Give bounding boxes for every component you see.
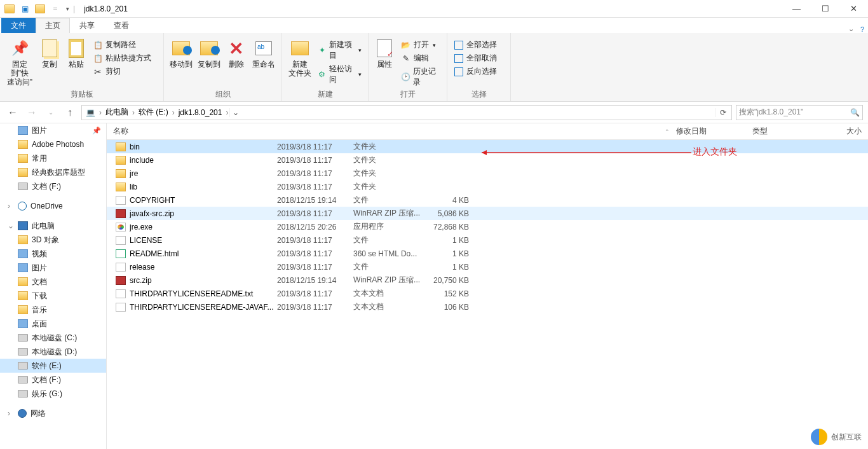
tree-item[interactable]: 视频 — [0, 247, 106, 261]
select-all-button[interactable]: 全部选择 — [451, 38, 499, 52]
col-size[interactable]: 大小 — [820, 126, 868, 137]
up-button[interactable]: ↑ — [62, 105, 78, 120]
tree-item[interactable]: Adobe Photosh — [0, 137, 106, 151]
paste-button[interactable]: 粘贴 — [64, 36, 89, 69]
file-row[interactable]: lib2019/3/18 11:17文件夹 — [107, 180, 868, 193]
chevron-right-icon[interactable]: › — [224, 108, 229, 117]
breadcrumb-drive[interactable]: 软件 (E:) — [136, 106, 171, 120]
tree-item[interactable]: 网络 — [0, 406, 106, 420]
new-folder-button[interactable]: 新建 文件夹 — [286, 36, 314, 78]
file-row[interactable]: THIRDPARTYLICENSEREADME-JAVAF...2019/3/1… — [107, 300, 868, 314]
copy-path-button[interactable]: 📋复制路径 — [90, 38, 154, 52]
recent-dropdown[interactable]: ⌄ — [43, 105, 58, 120]
navigation-tree[interactable]: 图片📌Adobe Photosh常用经典数据库题型文档 (F:)OneDrive… — [0, 123, 107, 449]
properties-icon[interactable]: ▣ — [18, 2, 32, 16]
file-list-header[interactable]: 名称 ⌃ 修改日期 类型 大小 — [107, 123, 868, 140]
chevron-right-icon[interactable]: › — [171, 108, 176, 117]
watermark: 创新互联 — [811, 429, 862, 445]
address-dropdown[interactable]: ⌄ — [229, 108, 241, 117]
tree-item[interactable]: 经典数据库题型 — [0, 165, 106, 179]
tree-item[interactable]: 图片 — [0, 261, 106, 275]
tab-file[interactable]: 文件 — [1, 18, 36, 33]
tree-item[interactable]: 本地磁盘 (D:) — [0, 345, 106, 359]
properties-button[interactable]: 属性 — [372, 36, 397, 69]
search-icon[interactable]: 🔍 — [850, 108, 860, 117]
file-type: WinRAR ZIP 压缩... — [353, 275, 427, 286]
tree-item[interactable]: 文档 (F:) — [0, 179, 106, 193]
file-name: src.zip — [130, 276, 277, 285]
chevron-right-icon[interactable]: › — [131, 108, 136, 117]
move-to-button[interactable]: 移动到 — [168, 36, 194, 69]
minimize-button[interactable]: — — [782, 0, 811, 18]
file-row[interactable]: COPYRIGHT2018/12/15 19:14文件4 KB — [107, 193, 868, 207]
col-date[interactable]: 修改日期 — [670, 126, 746, 137]
tab-share[interactable]: 共享 — [70, 18, 104, 33]
copy-to-button[interactable]: 复制到 — [196, 36, 222, 69]
tree-item[interactable]: 桌面 — [0, 317, 106, 331]
folder-icon[interactable] — [3, 2, 17, 16]
file-type: 文件夹 — [353, 155, 427, 165]
open-button[interactable]: 📂打开▾ — [398, 38, 443, 52]
file-row[interactable]: release2019/3/18 11:17文件1 KB — [107, 260, 868, 273]
back-button[interactable]: ← — [5, 105, 20, 120]
select-none-button[interactable]: 全部取消 — [451, 52, 499, 65]
col-name[interactable]: 名称 — [107, 126, 272, 137]
paste-shortcut-button[interactable]: 📋粘贴快捷方式 — [90, 52, 154, 65]
file-row[interactable]: javafx-src.zip2019/3/18 11:17WinRAR ZIP … — [107, 207, 868, 220]
breadcrumb-folder[interactable]: jdk1.8.0_201 — [176, 106, 225, 120]
tree-item[interactable]: 软件 (E:) — [0, 359, 106, 373]
refresh-button[interactable]: ⟳ — [715, 108, 730, 117]
file-row[interactable]: jre2019/3/18 11:17文件夹 — [107, 167, 868, 180]
ribbon-collapse-icon[interactable]: ⌄ — [848, 25, 854, 33]
tree-item[interactable]: 音乐 — [0, 303, 106, 317]
tree-item[interactable]: 图片📌 — [0, 123, 106, 137]
file-row[interactable]: LICENSE2019/3/18 11:17文件1 KB — [107, 233, 868, 247]
file-size: 72,868 KB — [427, 223, 475, 231]
address-bar[interactable]: 💻 › 此电脑 › 软件 (E:) › jdk1.8.0_201 › ⌄ ⟳ — [81, 105, 732, 120]
tree-item[interactable]: 文档 (F:) — [0, 373, 106, 387]
tree-item[interactable]: 文档 — [0, 275, 106, 289]
tree-item[interactable]: 常用 — [0, 151, 106, 165]
invert-selection-button[interactable]: 反向选择 — [451, 65, 499, 78]
history-button[interactable]: 🕑历史记录 — [398, 65, 443, 89]
cut-button[interactable]: ✂剪切 — [90, 65, 154, 78]
easy-access-button[interactable]: ⚙轻松访问▾ — [315, 62, 364, 86]
pin-to-quick-access-button[interactable]: 📌 固定到"快 速访问" — [4, 36, 36, 86]
tree-item[interactable]: 下载 — [0, 289, 106, 303]
help-icon[interactable]: ? — [860, 25, 864, 33]
tab-view[interactable]: 查看 — [104, 18, 139, 33]
pc-icon[interactable]: 💻 — [83, 106, 98, 120]
close-button[interactable]: ✕ — [839, 0, 868, 18]
tree-item[interactable]: 本地磁盘 (C:) — [0, 331, 106, 345]
tree-item[interactable]: 3D 对象 — [0, 233, 106, 247]
group-label-organize: 组织 — [164, 89, 281, 101]
forward-button[interactable]: → — [24, 105, 39, 120]
tree-item[interactable]: 此电脑 — [0, 219, 106, 233]
file-row[interactable]: THIRDPARTYLICENSEREADME.txt2019/3/18 11:… — [107, 287, 868, 300]
col-type[interactable]: 类型 — [746, 126, 820, 137]
file-row[interactable]: README.html2019/3/18 11:17360 se HTML Do… — [107, 247, 868, 260]
file-date: 2019/3/18 11:17 — [277, 249, 353, 258]
file-date: 2019/3/18 11:17 — [277, 183, 353, 191]
file-row[interactable]: bin2019/3/18 11:17文件夹 — [107, 140, 868, 153]
chevron-right-icon[interactable]: › — [98, 108, 103, 117]
new-item-button[interactable]: ✦新建项目▾ — [315, 38, 364, 62]
maximize-button[interactable]: ☐ — [811, 0, 839, 18]
breadcrumb-thispc[interactable]: 此电脑 — [103, 106, 131, 120]
search-box[interactable]: 搜索"jdk1.8.0_201" 🔍 — [736, 105, 863, 120]
copy-button[interactable]: 复制 — [37, 36, 62, 69]
tree-item[interactable]: OneDrive — [0, 199, 106, 213]
new-folder-icon[interactable] — [33, 2, 47, 16]
edit-button[interactable]: ✎编辑 — [398, 52, 443, 65]
qat-dropdown-icon[interactable]: ▾ — [66, 6, 69, 12]
file-row[interactable]: include2019/3/18 11:17文件夹 — [107, 153, 868, 167]
file-type: 文件夹 — [353, 168, 427, 179]
file-list[interactable]: 名称 ⌃ 修改日期 类型 大小 bin2019/3/18 11:17文件夹inc… — [107, 123, 868, 449]
tab-home[interactable]: 主页 — [36, 18, 70, 33]
tree-item[interactable]: 娱乐 (G:) — [0, 387, 106, 401]
file-row[interactable]: src.zip2018/12/15 19:14WinRAR ZIP 压缩...2… — [107, 273, 868, 287]
delete-button[interactable]: ✕ 删除 — [224, 36, 248, 69]
rename-button[interactable]: 重命名 — [250, 36, 278, 69]
folder-icon — [116, 142, 126, 151]
file-row[interactable]: jre.exe2018/12/15 20:26应用程序72,868 KB — [107, 220, 868, 233]
